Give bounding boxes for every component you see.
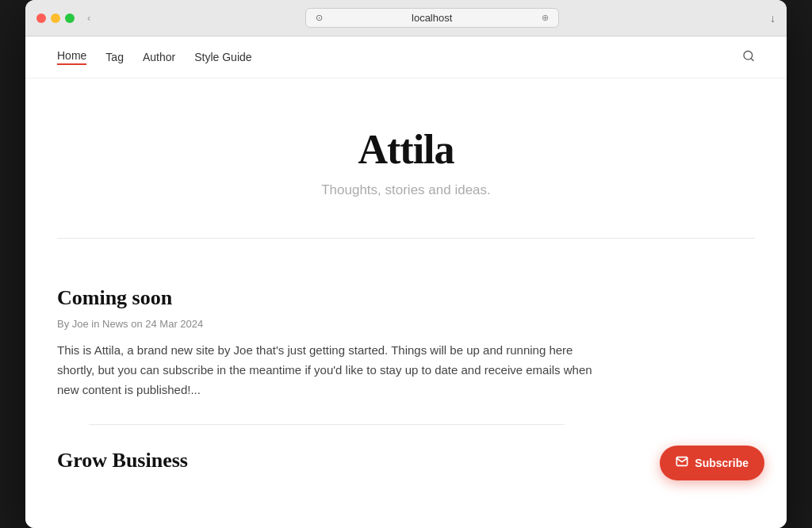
browser-chrome: ‹ ⊙ localhost ⊕ ↓	[25, 0, 787, 36]
article-meta: By Joe in News on 24 Mar 2024	[57, 318, 596, 330]
lock-icon: ⊙	[316, 13, 323, 23]
refresh-icon: ⊕	[542, 13, 549, 23]
browser-right-actions: ↓	[770, 12, 776, 25]
address-bar-container: ⊙ localhost ⊕	[103, 8, 760, 28]
nav-style-guide[interactable]: Style Guide	[194, 51, 251, 63]
site-subtitle: Thoughts, stories and ideas.	[57, 182, 755, 198]
address-bar[interactable]: ⊙ localhost ⊕	[305, 8, 559, 28]
nav-author[interactable]: Author	[143, 51, 175, 63]
article-title[interactable]: Coming soon	[57, 286, 596, 310]
article-title-2[interactable]: Grow Business	[57, 449, 596, 473]
subscribe-button[interactable]: Subscribe	[660, 446, 764, 480]
nav-tag[interactable]: Tag	[105, 51, 124, 63]
subscribe-label: Subscribe	[695, 457, 749, 469]
article-item: Coming soon By Joe in News on 24 Mar 202…	[57, 262, 596, 423]
hero-section: Attila Thoughts, stories and ideas.	[25, 78, 787, 238]
maximize-button[interactable]	[65, 13, 75, 23]
svg-line-1	[751, 59, 753, 61]
article-excerpt: This is Attila, a brand new site by Joe …	[57, 341, 596, 400]
site-nav: Home Tag Author Style Guide	[25, 36, 787, 78]
url-text: localhost	[327, 12, 537, 24]
close-button[interactable]	[36, 13, 46, 23]
minimize-button[interactable]	[51, 13, 60, 23]
article-feed: Coming soon By Joe in News on 24 Mar 202…	[25, 239, 628, 527]
download-icon[interactable]: ↓	[770, 12, 776, 25]
subscribe-icon	[676, 455, 688, 471]
article-item: Grow Business	[57, 425, 596, 504]
back-button[interactable]: ‹	[84, 10, 94, 25]
traffic-lights	[36, 13, 75, 23]
nav-home[interactable]: Home	[57, 49, 86, 65]
site-title: Attila	[57, 126, 755, 173]
search-icon[interactable]	[742, 50, 755, 65]
nav-links: Home Tag Author Style Guide	[57, 49, 252, 65]
